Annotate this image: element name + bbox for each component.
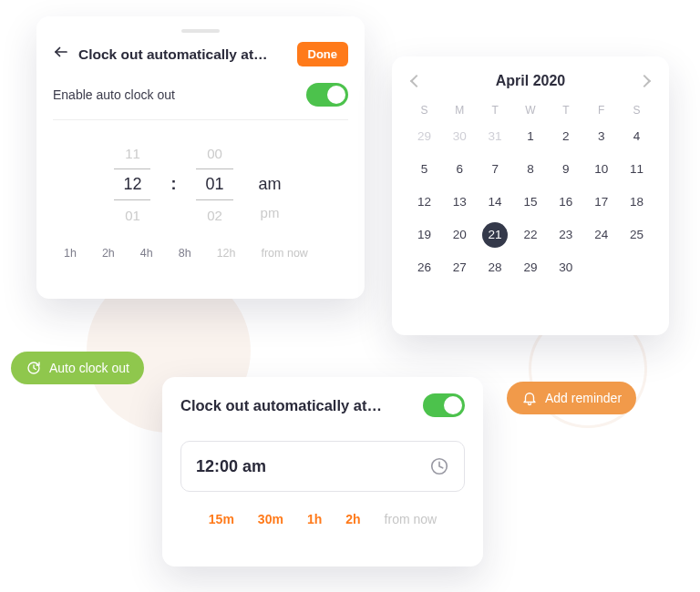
pill-label: Auto clock out [49, 361, 129, 375]
calendar-day[interactable]: 29 [513, 253, 549, 282]
calendar-day[interactable]: 25 [619, 220, 654, 250]
calendar-day[interactable]: 30 [442, 122, 478, 151]
quick-duration-row: 1h 2h 4h 8h 12h from now [53, 247, 348, 260]
calendar-day[interactable]: 11 [619, 155, 654, 184]
calendar-day[interactable]: 24 [583, 220, 619, 250]
calendar-grid: 2930311234567891011121314151617181920212… [407, 122, 654, 282]
calendar-dow-row: SMTWTFS [407, 104, 654, 117]
back-arrow-icon[interactable] [53, 44, 69, 65]
enable-label: Enable auto clock out [53, 87, 175, 102]
chevron-right-icon[interactable] [638, 75, 651, 87]
calendar-day[interactable]: 10 [583, 155, 619, 184]
ampm-wheel[interactable]: am pm [253, 148, 287, 220]
calendar-panel: April 2020 SMTWTFS 293031123456789101112… [392, 56, 669, 335]
minute-wheel[interactable]: 00 01 02 [196, 146, 232, 223]
chevron-left-icon[interactable] [410, 75, 423, 87]
dow-cell: S [407, 104, 442, 117]
quick-4h[interactable]: 4h [140, 247, 153, 260]
calendar-day[interactable]: 9 [548, 155, 583, 184]
clock-arrow-icon [26, 360, 42, 376]
quick-duration-row: 15m 30m 1h 2h from now [180, 512, 465, 526]
calendar-day[interactable]: 4 [619, 122, 654, 151]
calendar-day[interactable]: 26 [407, 253, 442, 282]
calendar-day[interactable]: 12 [407, 188, 442, 217]
clockout-summary-panel: Clock out automatically at… 12:00 am 15m… [162, 377, 483, 566]
enable-toggle[interactable] [306, 83, 348, 107]
calendar-day[interactable]: 27 [442, 253, 478, 282]
calendar-day[interactable]: 7 [478, 155, 513, 184]
quick-8h[interactable]: 8h [179, 247, 191, 260]
clock-icon [429, 456, 449, 476]
calendar-title: April 2020 [496, 73, 565, 89]
calendar-day[interactable]: 23 [548, 220, 583, 250]
dow-cell: T [548, 104, 583, 117]
calendar-day[interactable]: 31 [478, 122, 513, 151]
picker-colon: : [170, 175, 176, 194]
hour-wheel[interactable]: 11 12 01 [114, 146, 150, 223]
sheet-handle[interactable] [181, 29, 220, 33]
enable-toggle[interactable] [423, 393, 465, 417]
time-field[interactable]: 12:00 am [180, 441, 465, 492]
calendar-day[interactable]: 17 [583, 188, 619, 217]
quick-12h[interactable]: 12h [217, 247, 236, 260]
calendar-day[interactable]: 30 [548, 253, 583, 282]
dow-cell: F [583, 104, 619, 117]
auto-clockout-panel: Clock out automatically at… Done Enable … [36, 16, 365, 299]
quick-15m[interactable]: 15m [209, 512, 234, 526]
time-value: 12:00 am [196, 457, 266, 476]
done-button[interactable]: Done [297, 42, 349, 66]
calendar-day[interactable]: 29 [407, 122, 442, 151]
bell-icon [521, 390, 538, 406]
dow-cell: M [442, 104, 478, 117]
quick-2h[interactable]: 2h [102, 247, 115, 260]
calendar-day[interactable]: 13 [442, 188, 478, 217]
calendar-day[interactable]: 8 [513, 155, 549, 184]
add-reminder-pill[interactable]: Add reminder [507, 382, 636, 414]
calendar-day[interactable]: 14 [478, 188, 513, 217]
pill-label: Add reminder [545, 391, 622, 405]
calendar-day[interactable]: 1 [513, 122, 549, 151]
panel-title: Clock out automatically at… [78, 46, 288, 63]
quick-1h[interactable]: 1h [64, 247, 77, 260]
calendar-day[interactable]: 16 [548, 188, 583, 217]
dow-cell: T [478, 104, 513, 117]
calendar-day[interactable]: 18 [619, 188, 654, 217]
quick-1h[interactable]: 1h [307, 512, 322, 526]
calendar-day[interactable]: 19 [407, 220, 442, 250]
calendar-day[interactable]: 21 [478, 220, 513, 250]
calendar-day[interactable]: 6 [442, 155, 478, 184]
calendar-day[interactable]: 3 [583, 122, 619, 151]
calendar-day[interactable]: 2 [548, 122, 583, 151]
quick-label: from now [261, 247, 307, 260]
quick-30m[interactable]: 30m [258, 512, 283, 526]
panel-title: Clock out automatically at… [180, 397, 382, 414]
calendar-day[interactable]: 28 [478, 253, 513, 282]
calendar-day[interactable]: 22 [513, 220, 549, 250]
quick-label: from now [385, 512, 438, 526]
calendar-day[interactable]: 15 [513, 188, 549, 217]
dow-cell: S [619, 104, 654, 117]
calendar-day[interactable]: 5 [407, 155, 442, 184]
auto-clockout-pill[interactable]: Auto clock out [11, 352, 144, 384]
calendar-day[interactable]: 20 [442, 220, 478, 250]
dow-cell: W [513, 104, 549, 117]
time-picker[interactable]: 11 12 01 : 00 01 02 am pm [53, 146, 348, 223]
quick-2h[interactable]: 2h [345, 512, 360, 526]
